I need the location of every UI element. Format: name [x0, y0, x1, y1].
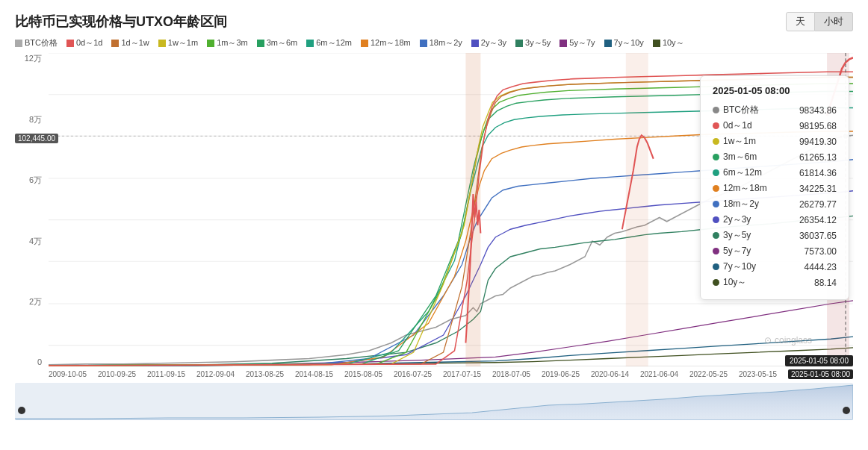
x-axis-label: 2013-08-25	[246, 370, 284, 378]
tooltip-row: 7y～10y4444.23	[713, 259, 837, 275]
legend-item: 7y～10y	[604, 37, 644, 49]
tooltip-row: 12m～18m34225.31	[713, 181, 837, 196]
x-axis-label: 2021-06-04	[640, 370, 678, 378]
legend-color	[15, 40, 22, 47]
legend-color	[604, 40, 612, 47]
legend-color	[515, 40, 523, 47]
y-axis-label: 2万	[15, 296, 45, 307]
x-axis-label: 2020-06-14	[591, 370, 629, 378]
x-axis-label: 2010-09-25	[98, 370, 136, 378]
tooltip-row-dot	[713, 263, 719, 270]
x-axis: 2009-10-052010-09-252011-09-152012-09-04…	[49, 366, 853, 381]
tooltip-row-dot	[713, 185, 719, 192]
time-btn-day[interactable]: 天	[786, 12, 815, 31]
tooltip-row-value: 61814.36	[799, 168, 837, 178]
legend-item: 18m～2y	[420, 37, 462, 49]
tooltip-row: BTC价格98343.86	[713, 102, 837, 118]
time-button-group: 天 小时	[786, 12, 853, 31]
legend-item: 3m～6m	[257, 37, 298, 49]
x-axis-label: 2022-05-25	[689, 370, 728, 378]
price-label: 102,445.00	[15, 134, 58, 143]
legend-item: BTC价格	[15, 37, 58, 49]
x-axis-label: 2019-06-25	[542, 370, 580, 378]
x-axis-label: 2025-01-05 08:00	[788, 369, 853, 379]
time-btn-hour[interactable]: 小时	[815, 12, 853, 31]
minimap-handle-right[interactable]	[843, 407, 850, 414]
legend-item: 5y～7y	[559, 37, 595, 49]
tooltip-row: 3m～6m61265.13	[713, 149, 837, 165]
tooltip-row-value: 34225.31	[799, 184, 837, 194]
legend-color	[207, 40, 214, 47]
tooltip-row-dot	[713, 122, 719, 129]
tooltip-row: 18m～2y26279.77	[713, 196, 837, 212]
tooltip-row-dot	[713, 107, 719, 113]
x-axis-label: 2011-09-15	[147, 370, 185, 378]
legend-color	[66, 40, 74, 47]
chart-title: 比特币已实现价格与UTXO年龄区间	[15, 13, 227, 31]
legend-color	[559, 40, 567, 47]
legend-item: 6m～12m	[306, 37, 352, 49]
tooltip-row-dot	[713, 201, 719, 207]
legend-color	[420, 40, 427, 47]
x-axis-label: 2014-08-15	[295, 370, 333, 378]
tooltip-row: 6m～12m61814.36	[713, 165, 837, 181]
x-axis-label: 2009-10-05	[49, 370, 87, 378]
tooltip-row: 2y～3y26354.12	[713, 212, 837, 228]
tooltip-row-dot	[713, 248, 719, 254]
tooltip-row-value: 88.14	[814, 278, 837, 288]
y-axis-label: 12万	[15, 53, 45, 64]
tooltip-row-dot	[713, 216, 719, 223]
y-axis-label: 0	[15, 357, 45, 366]
tooltip-row-value: 98195.68	[799, 121, 837, 131]
legend-item: 3y～5y	[515, 37, 551, 49]
tooltip-row-dot	[713, 138, 719, 145]
main-chart-svg-container: 2025-01-05 08:00 BTC价格98343.860d～1d98195…	[49, 53, 853, 366]
current-date-label: 2025-01-05 08:00	[785, 355, 853, 366]
legend-item: 1m～3m	[207, 37, 248, 49]
tooltip-row-value: 99419.30	[799, 137, 837, 147]
tooltip-row-value: 7573.00	[805, 246, 837, 257]
x-axis-label: 2017-07-15	[443, 370, 481, 378]
y-axis: 12万8万6万4万2万0	[15, 53, 45, 381]
legend-color	[361, 40, 368, 47]
legend-item: 10y～	[653, 37, 684, 49]
main-container: 比特币已实现价格与UTXO年龄区间 天 小时 BTC价格0d～1d1d～1w1w…	[0, 0, 868, 450]
y-axis-label: 8万	[15, 114, 45, 125]
chart-area: 12万8万6万4万2万0 102,445.00	[15, 53, 853, 381]
tooltip-row-dot	[713, 154, 719, 160]
legend-color	[158, 40, 166, 47]
y-axis-label: 4万	[15, 236, 45, 247]
legend-color	[653, 40, 660, 47]
x-axis-label: 2018-07-05	[492, 370, 530, 378]
tooltip-row-value: 26279.77	[799, 199, 837, 210]
x-axis-label: 2012-09-04	[196, 370, 235, 378]
tooltip-row-value: 36037.65	[799, 231, 837, 241]
tooltip-row-value: 26354.12	[799, 215, 837, 225]
tooltip-row-dot	[713, 279, 719, 286]
legend-item: 2y～3y	[471, 37, 506, 49]
legend-item: 0d～1d	[66, 37, 102, 49]
y-axis-label: 6万	[15, 175, 45, 186]
tooltip-row-value: 4444.23	[805, 262, 837, 272]
tooltip-row: 5y～7y7573.00	[713, 243, 837, 259]
legend-color	[257, 40, 264, 47]
legend: BTC价格0d～1d1d～1w1w～1m1m～3m3m～6m6m～12m12m～…	[15, 37, 853, 49]
x-axis-label: 2023-05-15	[739, 370, 777, 378]
tooltip-date: 2025-01-05 08:00	[713, 85, 837, 96]
tooltip-row: 10y～88.14	[713, 275, 837, 290]
minimap[interactable]	[15, 383, 853, 420]
watermark: ⊙ coinglass	[764, 335, 812, 346]
tooltip-rows-container: BTC价格98343.860d～1d98195.681w～1m99419.303…	[713, 102, 837, 290]
legend-color	[471, 40, 479, 47]
chart-tooltip: 2025-01-05 08:00 BTC价格98343.860d～1d98195…	[700, 75, 849, 300]
x-axis-label: 2015-08-05	[344, 370, 382, 378]
x-axis-label: 2016-07-25	[394, 370, 432, 378]
header-row: 比特币已实现价格与UTXO年龄区间 天 小时	[15, 12, 853, 31]
legend-color	[111, 40, 119, 47]
minimap-handle-left[interactable]	[18, 407, 25, 414]
tooltip-row: 3y～5y36037.65	[713, 228, 837, 243]
legend-item: 12m～18m	[361, 37, 411, 49]
tooltip-row: 0d～1d98195.68	[713, 118, 837, 134]
tooltip-row-value: 98343.86	[799, 105, 837, 116]
tooltip-row-value: 61265.13	[799, 152, 837, 163]
